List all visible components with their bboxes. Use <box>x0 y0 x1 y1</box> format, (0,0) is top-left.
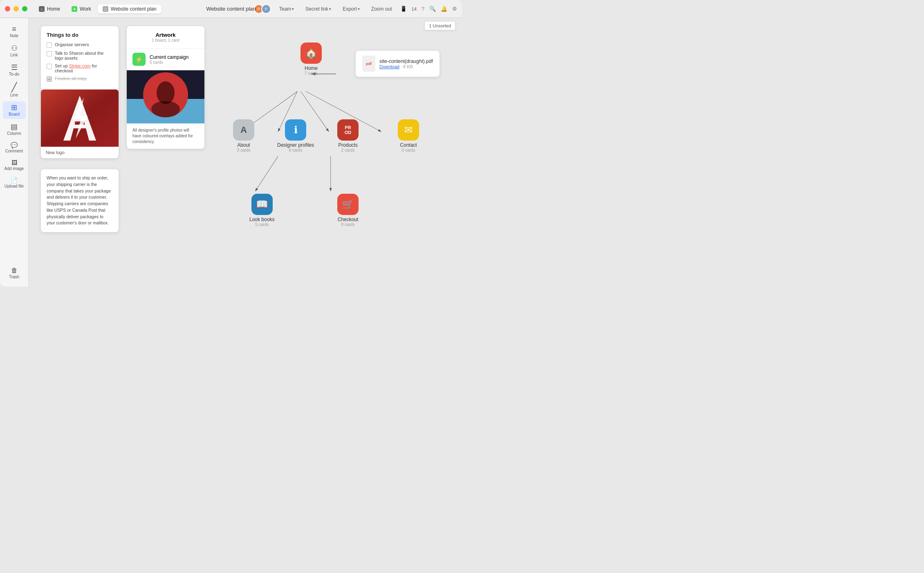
export-button[interactable]: Export ▾ <box>339 5 363 13</box>
sidebar-item-upload[interactable]: 📄 Upload file <box>3 175 26 191</box>
secret-link-button[interactable]: Secret link ▾ <box>302 5 334 13</box>
tab-home[interactable]: ⌂ Home <box>34 4 65 13</box>
node-look-books[interactable]: 📖 Look books 5 cards <box>249 194 274 227</box>
node-home[interactable]: 🏠 Home 7 cards <box>301 43 322 76</box>
node-about[interactable]: A About 3 cards <box>233 119 254 152</box>
look-books-sub: 5 cards <box>255 222 269 227</box>
sidebar-item-todo[interactable]: ☰ To-do <box>3 61 26 79</box>
svg-point-7 <box>157 81 175 104</box>
close-button[interactable] <box>5 6 10 11</box>
checkbox-2[interactable] <box>47 51 52 56</box>
sidebar-item-note[interactable]: ≡ Note <box>3 23 26 40</box>
contact-label: Contact <box>400 142 417 148</box>
sidebar-item-board[interactable]: ⊞ Board <box>3 101 26 119</box>
text-card: When you want to ship an order, your shi… <box>41 169 119 232</box>
pdf-info: site-content(draught).pdf Download · 8 K… <box>379 58 433 69</box>
artwork-card: Artwork 1 board, 1 card ⚡ Current campai… <box>127 26 204 149</box>
checkbox-1[interactable] <box>47 43 52 48</box>
sidebar-item-comment[interactable]: 💬 Comment <box>3 140 26 156</box>
sidebar-item-trash[interactable]: 🗑 Trash <box>3 265 26 282</box>
help-icon[interactable]: ? <box>422 6 424 12</box>
artwork-item-title: Current campaign <box>150 54 188 60</box>
add-image-icon: 🖼 <box>11 160 17 166</box>
todo-icon: ☰ <box>11 64 18 71</box>
sidebar-column-label: Column <box>7 131 21 136</box>
checkbox-4[interactable] <box>47 76 52 82</box>
image-caption: New logo <box>41 147 119 158</box>
search-icon[interactable]: 🔍 <box>429 6 436 12</box>
home-node-icon: 🏠 <box>301 43 322 64</box>
artwork-subtitle: 1 board, 1 card <box>132 38 199 43</box>
bell-icon[interactable]: 🔔 <box>441 6 447 12</box>
checkbox-3[interactable] <box>47 64 52 69</box>
sidebar-trash-label: Trash <box>9 275 19 279</box>
todo-text-4: Finalise all copy <box>55 76 87 81</box>
look-books-node-icon: 📖 <box>251 194 273 215</box>
sidebar-item-column[interactable]: ▤ Column <box>3 121 26 138</box>
work-tab-icon: ● <box>72 6 77 12</box>
sidebar-item-line[interactable]: ╱ Line <box>3 81 26 100</box>
home-tab-icon: ⌂ <box>39 6 45 12</box>
todo-text-1: Organise servers <box>55 42 89 47</box>
todo-card: Things to do Organise servers Talk to Sh… <box>41 26 119 90</box>
todo-item-4: Finalise all copy <box>47 76 113 82</box>
canvas: 1 Unsorted Things to do Organise servers… <box>29 18 462 286</box>
pdf-filesize: 8 KB <box>403 64 413 69</box>
artwork-item-info: Current campaign 5 cards <box>150 54 188 65</box>
pdf-filename: site-content(draught).pdf <box>379 58 433 64</box>
pdf-download-link[interactable]: Download <box>379 64 399 69</box>
sidebar-todo-label: To-do <box>9 72 19 76</box>
sidebar-item-link[interactable]: ⚇ Link <box>3 42 26 60</box>
board-icon: ⊞ <box>11 104 17 111</box>
products-node-icon: PROD <box>337 119 359 141</box>
minimize-button[interactable] <box>13 6 19 11</box>
products-icon-text: PROD <box>345 125 352 135</box>
todo-text-3: Set up Stripe.com for checkout <box>55 63 113 73</box>
about-node-icon: A <box>233 119 254 141</box>
sidebar-line-label: Line <box>10 93 18 97</box>
node-contact[interactable]: ✉ Contact 0 cards <box>398 119 419 152</box>
image-card[interactable]: New logo <box>41 90 119 158</box>
artwork-note: All designer's profile photos will have … <box>127 123 204 149</box>
contact-node-icon: ✉ <box>398 119 419 141</box>
checkout-label: Checkout <box>338 217 359 222</box>
column-icon: ▤ <box>11 123 18 130</box>
text-card-content: When you want to ship an order, your shi… <box>47 175 111 225</box>
zoom-out-button[interactable]: Zoom out <box>368 5 395 13</box>
sidebar-comment-label: Comment <box>5 149 23 153</box>
node-checkout[interactable]: 🛒 Checkout 0 cards <box>337 194 359 227</box>
todo-text-2: Talk to Sharon about the logo assets <box>55 51 113 60</box>
team-button[interactable]: Team ▾ <box>276 5 297 13</box>
svg-point-8 <box>151 101 180 117</box>
tab-home-label: Home <box>47 6 60 12</box>
checkout-node-icon: 🛒 <box>337 194 359 215</box>
designer-profiles-node-icon: ℹ <box>285 119 306 141</box>
sidebar-board-label: Board <box>9 112 20 116</box>
avatar-group: P P <box>254 4 271 14</box>
home-node-sub: 7 cards <box>305 71 318 76</box>
todo-item-2: Talk to Sharon about the logo assets <box>47 51 113 60</box>
tab-work[interactable]: ● Work <box>67 4 96 13</box>
chevron-down-icon: ▾ <box>329 7 331 11</box>
tab-plan[interactable]: ◻ Website content plan <box>98 4 161 13</box>
tab-work-label: Work <box>80 6 91 12</box>
titlebar: ⌂ Home ● Work ◻ Website content plan Web… <box>0 0 462 18</box>
look-books-label: Look books <box>249 217 274 222</box>
products-label: Products <box>338 142 357 148</box>
sidebar-item-add-image[interactable]: 🖼 Add image <box>3 157 26 173</box>
tab-bar: ⌂ Home ● Work ◻ Website content plan <box>34 4 161 13</box>
note-icon: ≡ <box>12 25 16 33</box>
artwork-item-icon: ⚡ <box>132 53 146 66</box>
maximize-button[interactable] <box>22 6 27 11</box>
artwork-title: Artwork <box>132 32 199 38</box>
sidebar-upload-label: Upload file <box>4 184 24 188</box>
artwork-item[interactable]: ⚡ Current campaign 5 cards <box>127 49 204 70</box>
node-products[interactable]: PROD Products 2 cards <box>337 119 359 152</box>
app-body: ≡ Note ⚇ Link ☰ To-do ╱ Line ⊞ Board ▤ C… <box>0 18 462 286</box>
stripe-link[interactable]: Stripe.com <box>69 63 91 68</box>
chevron-down-icon: ▾ <box>358 7 360 11</box>
link-icon: ⚇ <box>11 45 18 52</box>
sidebar-link-label: Link <box>10 53 18 57</box>
settings-icon[interactable]: ⚙ <box>452 6 457 12</box>
node-designer-profiles[interactable]: ℹ Designer profiles 6 cards <box>277 119 314 152</box>
